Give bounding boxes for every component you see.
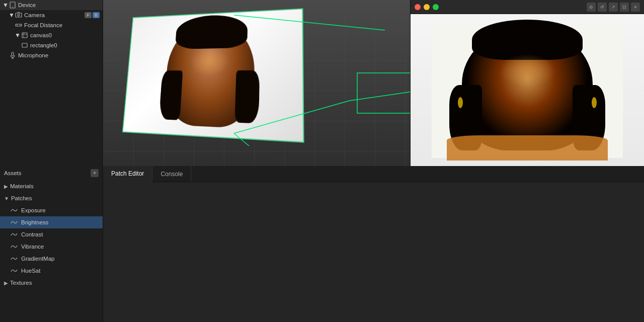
preview-icon-5[interactable]: ≡ bbox=[631, 3, 640, 12]
patch-canvas[interactable]: CameraTexture RGBA RGB A bbox=[103, 182, 644, 322]
materials-section-header[interactable]: ▶ Materials bbox=[0, 180, 103, 192]
brightness-patch-icon bbox=[10, 218, 18, 226]
canvas-icon bbox=[21, 32, 28, 39]
main-viewport[interactable] bbox=[103, 0, 410, 166]
materials-title: Materials bbox=[10, 183, 34, 189]
huesat-label: HueSat bbox=[21, 268, 40, 274]
badge-f: F bbox=[85, 12, 92, 18]
camera-plane bbox=[122, 8, 304, 142]
patches-arrow: ▼ bbox=[4, 196, 9, 201]
patch-editor-main: Patch Editor Console bbox=[103, 166, 644, 322]
preview-icon-1[interactable]: ⊘ bbox=[587, 3, 596, 12]
preview-icon-4[interactable]: ⊡ bbox=[620, 3, 629, 12]
camera-badges: F B bbox=[85, 12, 100, 18]
svg-rect-8 bbox=[22, 43, 27, 47]
device-label: Device bbox=[18, 2, 36, 8]
preview-toolbar-icons: ⊘ ↺ ↗ ⊡ ≡ bbox=[587, 3, 640, 12]
right-preview-panel: ⊘ ↺ ↗ ⊡ ≡ bbox=[410, 0, 644, 166]
traffic-light-red[interactable] bbox=[415, 4, 421, 10]
contrast-label: Contrast bbox=[21, 231, 43, 237]
exposure-patch-icon bbox=[10, 206, 18, 214]
assets-header[interactable]: Assets + bbox=[0, 166, 103, 180]
patch-connections-svg bbox=[103, 182, 644, 322]
gradientmap-label: GradientMap bbox=[21, 256, 54, 262]
brightness-label: Brightness bbox=[21, 219, 48, 225]
assets-title: Assets bbox=[4, 170, 22, 176]
canvas-label: canvas0 bbox=[30, 32, 52, 38]
patch-item-vibrance[interactable]: Vibrance bbox=[0, 240, 103, 253]
huesat-patch-icon bbox=[10, 267, 18, 275]
left-tree-panel: ▼ Device ▼ Camera F B Focal Distance bbox=[0, 0, 103, 166]
assets-panel: Assets + ▶ Materials ▼ Patches Exposure … bbox=[0, 166, 103, 322]
tree-item-canvas[interactable]: ▼ canvas0 bbox=[0, 30, 103, 40]
tab-console[interactable]: Console bbox=[152, 166, 191, 182]
camera-arrow: ▼ bbox=[9, 13, 14, 18]
svg-rect-2 bbox=[16, 13, 22, 17]
rectangle-icon bbox=[21, 42, 28, 49]
materials-arrow: ▶ bbox=[4, 184, 8, 189]
gradientmap-patch-icon bbox=[10, 255, 18, 263]
textures-title: Textures bbox=[10, 280, 32, 286]
preview-icon-3[interactable]: ↗ bbox=[609, 3, 618, 12]
preview-person bbox=[411, 14, 644, 166]
patch-item-gradientmap[interactable]: GradientMap bbox=[0, 253, 103, 265]
badge-b: B bbox=[93, 12, 100, 18]
svg-rect-4 bbox=[16, 24, 22, 26]
patches-title: Patches bbox=[11, 195, 32, 201]
focal-distance-icon bbox=[15, 22, 22, 29]
svg-point-3 bbox=[18, 14, 20, 16]
preview-titlebar: ⊘ ↺ ↗ ⊡ ≡ bbox=[411, 0, 644, 14]
tree-item-focal-distance[interactable]: Focal Distance bbox=[0, 20, 103, 30]
tree-item-microphone[interactable]: Microphone bbox=[0, 50, 103, 60]
tree-item-camera[interactable]: ▼ Camera F B bbox=[0, 10, 103, 20]
patches-section-header[interactable]: ▼ Patches bbox=[0, 192, 103, 204]
device-arrow: ▼ bbox=[3, 3, 8, 8]
rectangle-label: rectangle0 bbox=[30, 42, 57, 48]
focal-distance-label: Focal Distance bbox=[24, 22, 62, 28]
svg-rect-7 bbox=[22, 33, 27, 38]
patch-item-huesat[interactable]: HueSat bbox=[0, 265, 103, 277]
tree-item-device[interactable]: ▼ Device bbox=[0, 0, 103, 10]
textures-section-header[interactable]: ▶ Textures bbox=[0, 277, 103, 289]
tab-bar: Patch Editor Console bbox=[103, 166, 644, 182]
preview-icon-2[interactable]: ↺ bbox=[598, 3, 607, 12]
traffic-light-yellow[interactable] bbox=[424, 4, 430, 10]
patch-item-contrast[interactable]: Contrast bbox=[0, 228, 103, 240]
exposure-label: Exposure bbox=[21, 207, 46, 213]
vibrance-patch-icon bbox=[10, 243, 18, 251]
vibrance-label: Vibrance bbox=[21, 244, 44, 250]
camera-icon bbox=[15, 12, 22, 19]
canvas-arrow: ▼ bbox=[15, 33, 20, 38]
microphone-icon bbox=[9, 52, 16, 59]
device-icon bbox=[9, 2, 16, 9]
traffic-light-green[interactable] bbox=[433, 4, 439, 10]
microphone-label: Microphone bbox=[18, 52, 48, 58]
patch-item-exposure[interactable]: Exposure bbox=[0, 204, 103, 216]
textures-arrow: ▶ bbox=[4, 280, 8, 286]
add-asset-button[interactable]: + bbox=[91, 169, 99, 177]
patch-item-brightness[interactable]: Brightness bbox=[0, 216, 103, 228]
tree-item-rectangle[interactable]: rectangle0 bbox=[0, 40, 103, 50]
preview-content bbox=[411, 14, 644, 166]
contrast-patch-icon bbox=[10, 230, 18, 238]
tab-patch-editor[interactable]: Patch Editor bbox=[103, 166, 152, 182]
camera-label: Camera bbox=[24, 12, 45, 18]
svg-point-1 bbox=[12, 7, 13, 8]
svg-rect-9 bbox=[12, 52, 14, 56]
